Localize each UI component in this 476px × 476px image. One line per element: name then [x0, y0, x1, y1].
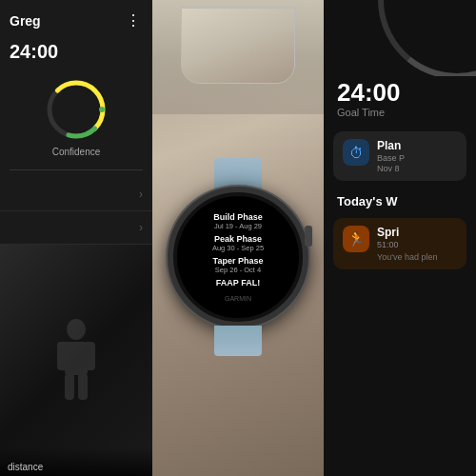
svg-point-4	[67, 319, 86, 340]
chevron-right-icon-1: ›	[139, 188, 143, 201]
watch-phase-peak: Peak Phase Aug 30 - Sep 25	[212, 234, 264, 252]
plan-card-title: Plan	[377, 139, 457, 152]
watch-outer: Build Phase Jul 19 - Aug 29 Peak Phase A…	[168, 187, 308, 327]
confidence-label: Confidence	[52, 147, 101, 157]
watch-phase-build-date: Jul 19 - Aug 29	[213, 222, 263, 230]
plan-card-icon: ⏱	[343, 139, 369, 166]
watch-strap-top	[214, 158, 262, 188]
watch-phase-taper: Taper Phase Sep 26 - Oct 4	[213, 256, 264, 274]
middle-panel: Build Phase Jul 19 - Aug 29 Peak Phase A…	[152, 0, 324, 476]
distance-label: distance	[8, 462, 43, 472]
run-icon: 🏃	[347, 230, 366, 248]
svg-rect-7	[84, 342, 95, 370]
watch-phase-taper-name: Taper Phase	[213, 256, 264, 266]
list-item-1[interactable]: ›	[0, 178, 152, 211]
sprint-card-content: Spri 51:00 You've had plen	[377, 226, 457, 262]
plan-card-sub2: Nov 8	[377, 164, 457, 173]
svg-point-10	[381, 0, 476, 76]
plan-card[interactable]: ⏱ Plan Base P Nov 8	[333, 131, 466, 181]
watch-phase-taper-date: Sep 26 - Oct 4	[213, 266, 264, 274]
menu-dots-icon[interactable]: ⋮	[126, 11, 143, 30]
left-time: 24:00	[0, 37, 152, 67]
gauge-area: Confidence	[0, 67, 152, 162]
sleeve-detail	[181, 8, 295, 84]
plan-card-content: Plan Base P Nov 8	[377, 139, 457, 173]
right-goal-time: 24:00	[337, 80, 463, 105]
svg-rect-9	[78, 373, 88, 400]
arc-chart	[362, 0, 476, 76]
watch-screen: Build Phase Jul 19 - Aug 29 Peak Phase A…	[177, 196, 299, 318]
todays-workout-header: Today's W	[324, 187, 476, 212]
watch-brand-label: GARMIN	[225, 295, 251, 302]
left-panel: Greg ⋮ 24:00 Confidence › ›	[0, 0, 152, 476]
left-username: Greg	[10, 13, 41, 29]
sprint-card-icon: 🏃	[343, 226, 369, 252]
left-header: Greg ⋮	[0, 0, 152, 37]
watch-phase-peak-date: Aug 30 - Sep 25	[212, 244, 264, 252]
sprint-card-sub: You've had plen	[377, 252, 457, 262]
person-silhouette-icon	[48, 318, 105, 404]
svg-rect-6	[57, 342, 69, 370]
list-item-2[interactable]: ›	[0, 211, 152, 245]
svg-rect-8	[65, 373, 74, 400]
svg-point-11	[381, 0, 476, 76]
stopwatch-icon: ⏱	[349, 145, 364, 161]
sprint-card-time: 51:00	[377, 240, 457, 249]
watch-phase-build: Build Phase Jul 19 - Aug 29	[213, 212, 263, 230]
chevron-right-icon-2: ›	[139, 221, 143, 234]
right-panel: 24:00 Goal Time ⏱ Plan Base P Nov 8 Toda…	[324, 0, 476, 476]
watch-phase-extra: FAAP FAL!	[216, 278, 260, 288]
left-image-area: distance	[0, 245, 152, 476]
right-time-section: 24:00 Goal Time	[324, 76, 476, 126]
right-goal-label: Goal Time	[337, 107, 463, 118]
watch-phase-extra-name: FAAP FAL!	[216, 278, 260, 288]
sprint-card-title: Spri	[377, 226, 457, 239]
sprint-card[interactable]: 🏃 Spri 51:00 You've had plen	[333, 218, 466, 269]
left-divider	[10, 169, 143, 170]
watch-crown	[305, 226, 312, 247]
hand-top-area	[152, 0, 324, 114]
svg-point-3	[99, 107, 105, 112]
watch-phase-build-name: Build Phase	[213, 212, 263, 222]
right-arc-area	[324, 0, 476, 76]
activity-image-bg	[0, 245, 152, 476]
confidence-gauge	[43, 76, 109, 143]
watch-container: Build Phase Jul 19 - Aug 29 Peak Phase A…	[168, 187, 308, 327]
plan-card-sub1: Base P	[377, 153, 457, 163]
watch-strap-bottom	[214, 326, 262, 356]
watch-phase-peak-name: Peak Phase	[212, 234, 264, 244]
image-overlay: distance	[0, 447, 152, 476]
